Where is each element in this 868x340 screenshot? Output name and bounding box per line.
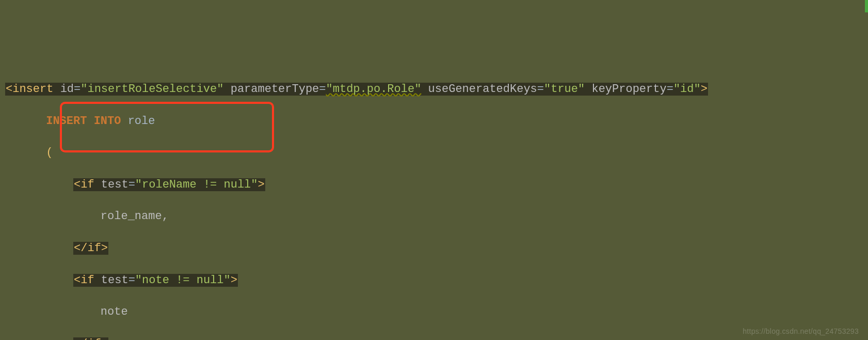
watermark-text: https://blog.csdn.net/qq_24753293 [743, 327, 859, 337]
line-9: </if> [5, 336, 863, 340]
line-7: <if test="note != null"> [5, 273, 863, 289]
line-8: note [5, 304, 863, 320]
code-editor[interactable]: <insert id="insertRoleSelective" paramet… [0, 64, 868, 340]
line-6: </if> [5, 241, 863, 257]
line-4: <if test="roleName != null"> [5, 177, 863, 193]
line-1: <insert id="insertRoleSelective" paramet… [5, 82, 863, 98]
line-2: INSERT INTO role [5, 114, 863, 130]
corner-indicator [865, 0, 868, 12]
line-5: role_name, [5, 209, 863, 225]
line-3: ( [5, 145, 863, 161]
